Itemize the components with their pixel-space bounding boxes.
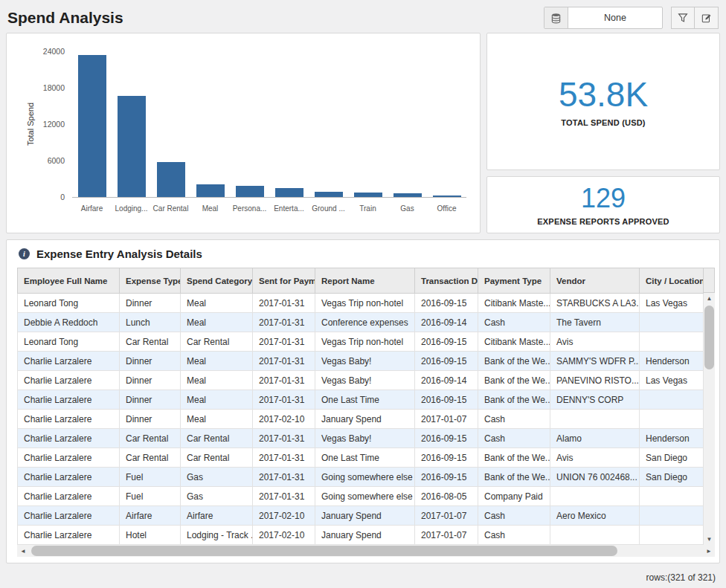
table-row[interactable]: Leonard TongDinnerMeal2017-01-31Vegas Tr… xyxy=(18,294,704,313)
table-cell: Bank of the We... xyxy=(478,468,550,487)
table-cell: January Spend xyxy=(315,526,415,545)
table-cell: 2017-02-10 xyxy=(253,526,315,545)
details-table-wrap: Employee Full NameExpense TypeSpend Cate… xyxy=(17,268,715,545)
table-cell: 2016-09-14 xyxy=(415,371,478,390)
chart-bar[interactable] xyxy=(236,186,264,197)
scroll-down-button[interactable]: ▼ xyxy=(704,534,715,545)
table-cell: Car Rental xyxy=(181,429,253,448)
table-cell: Charlie Larzalere xyxy=(18,429,120,448)
table-cell: Leonard Tong xyxy=(18,332,120,352)
table-row[interactable]: Charlie LarzalereHotelLodging - Track ..… xyxy=(18,526,704,545)
column-header[interactable]: Expense Type xyxy=(120,268,181,294)
table-cell: Lunch xyxy=(120,313,181,332)
table-cell: Cash xyxy=(478,429,550,448)
top-row: Total Spend 06000120001800024000 Airfare… xyxy=(0,33,726,233)
table-cell: Charlie Larzalere xyxy=(18,487,120,506)
column-header[interactable]: Transaction Da... xyxy=(415,268,478,294)
column-header[interactable]: Report Name xyxy=(315,268,415,294)
table-cell: 2017-01-31 xyxy=(253,468,315,487)
bar-slot xyxy=(72,51,112,197)
bar-slot xyxy=(348,51,388,197)
column-header[interactable]: Payment Type xyxy=(478,268,550,294)
table-row[interactable]: Charlie LarzalereFuelGas2017-01-31Going … xyxy=(18,487,704,506)
table-row[interactable]: Charlie LarzalereDinnerMeal2017-01-31Veg… xyxy=(18,352,704,371)
column-header[interactable]: City / Location xyxy=(640,268,704,294)
vertical-scroll-thumb[interactable] xyxy=(704,306,714,369)
table-row[interactable]: Charlie LarzalereAirfareAirfare2017-02-1… xyxy=(18,506,704,526)
chart-bar[interactable] xyxy=(196,184,225,197)
table-header-row: Employee Full NameExpense TypeSpend Cate… xyxy=(18,268,704,294)
table-cell: San Diego xyxy=(640,468,704,487)
chart-area: 06000120001800024000 AirfareLodging...Ca… xyxy=(72,51,466,213)
database-icon[interactable] xyxy=(544,7,568,28)
table-cell: 2016-09-15 xyxy=(415,429,478,448)
y-axis-tick: 12000 xyxy=(43,120,65,129)
edit-icon xyxy=(701,13,712,23)
scroll-right-button[interactable]: ► xyxy=(703,545,715,557)
table-row[interactable]: Charlie LarzalereDinnerMeal2017-02-10Jan… xyxy=(18,410,704,429)
bar-slot xyxy=(309,51,348,197)
table-row[interactable]: Leonard TongCar RentalCar Rental2017-01-… xyxy=(18,332,704,352)
chart-bar[interactable] xyxy=(118,96,146,197)
table-row[interactable]: Charlie LarzalereDinnerMeal2017-01-31One… xyxy=(18,390,704,410)
horizontal-scroll-thumb[interactable] xyxy=(31,546,617,556)
column-header[interactable]: Employee Full Name xyxy=(18,268,120,294)
chart-bar[interactable] xyxy=(275,188,303,197)
table-cell: 2017-01-07 xyxy=(415,526,478,545)
table-cell: Avis xyxy=(550,332,640,352)
scroll-up-button[interactable]: ▲ xyxy=(704,293,715,304)
table-cell xyxy=(640,390,704,410)
table-cell: San Diego xyxy=(640,448,704,468)
table-cell xyxy=(640,487,704,506)
vertical-scroll-track[interactable] xyxy=(704,304,715,534)
table-cell: Meal xyxy=(181,371,253,390)
column-header[interactable]: Spend Category xyxy=(181,268,253,294)
table-cell: 2017-01-31 xyxy=(253,294,315,313)
table-cell: Meal xyxy=(181,410,253,429)
table-cell: Aero Mexico xyxy=(550,506,640,526)
table-row[interactable]: Charlie LarzalereFuelGas2017-01-31Going … xyxy=(18,468,704,487)
filter-icon xyxy=(678,13,688,23)
chart-bar[interactable] xyxy=(354,193,382,197)
table-cell: 2017-01-31 xyxy=(253,429,315,448)
table-cell: Fuel xyxy=(120,487,181,506)
kpi-label: TOTAL SPEND (USD) xyxy=(561,118,645,127)
table-cell: Charlie Larzalere xyxy=(18,410,120,429)
scroll-left-button[interactable]: ◄ xyxy=(17,545,29,557)
chart-bar[interactable] xyxy=(393,193,422,197)
table-cell: Charlie Larzalere xyxy=(18,352,120,371)
dataset-selector[interactable]: None xyxy=(544,7,663,29)
chart-bar[interactable] xyxy=(157,162,185,197)
column-header[interactable]: Sent for Paym... xyxy=(253,268,315,294)
table-row[interactable]: Charlie LarzalereCar RentalCar Rental201… xyxy=(18,448,704,468)
table-cell: Fuel xyxy=(120,468,181,487)
dataset-selected-value[interactable]: None xyxy=(568,7,662,28)
x-axis-label: Gas xyxy=(388,204,427,213)
info-icon[interactable]: i xyxy=(19,248,30,259)
vertical-scrollbar[interactable]: ▲ ▼ xyxy=(704,268,715,545)
filter-button[interactable] xyxy=(671,7,695,29)
horizontal-scroll-track[interactable] xyxy=(29,545,703,557)
table-cell xyxy=(640,526,704,545)
chart-bar[interactable] xyxy=(78,55,106,197)
table-cell: One Last Time xyxy=(315,390,415,410)
details-header: i Expense Entry Analysis Details xyxy=(17,240,716,268)
edit-button[interactable] xyxy=(695,7,719,29)
horizontal-scrollbar[interactable]: ◄ ► xyxy=(17,545,715,557)
table-cell: Dinner xyxy=(120,410,181,429)
table-row[interactable]: Debbie A ReddochLunchMeal2017-01-31Confe… xyxy=(18,313,704,332)
table-cell: Citibank Maste... xyxy=(478,294,550,313)
kpi-total-spend-card: 53.8K TOTAL SPEND (USD) xyxy=(486,33,720,170)
chart-bar[interactable] xyxy=(315,192,343,197)
table-row[interactable]: Charlie LarzalereCar RentalCar Rental201… xyxy=(18,429,704,448)
kpi-column: 53.8K TOTAL SPEND (USD) 129 EXPENSE REPO… xyxy=(486,33,720,233)
table-cell: 2017-01-07 xyxy=(415,506,478,526)
table-cell xyxy=(550,410,640,429)
table-cell: Bank of the We... xyxy=(478,371,550,390)
x-axis-label: Train xyxy=(348,204,388,213)
table-row[interactable]: Charlie LarzalereDinnerMeal2017-01-31Veg… xyxy=(18,371,704,390)
chart-bar[interactable] xyxy=(433,196,461,197)
table-cell: Car Rental xyxy=(120,332,181,352)
table-cell: Car Rental xyxy=(120,448,181,468)
column-header[interactable]: Vendor xyxy=(550,268,640,294)
